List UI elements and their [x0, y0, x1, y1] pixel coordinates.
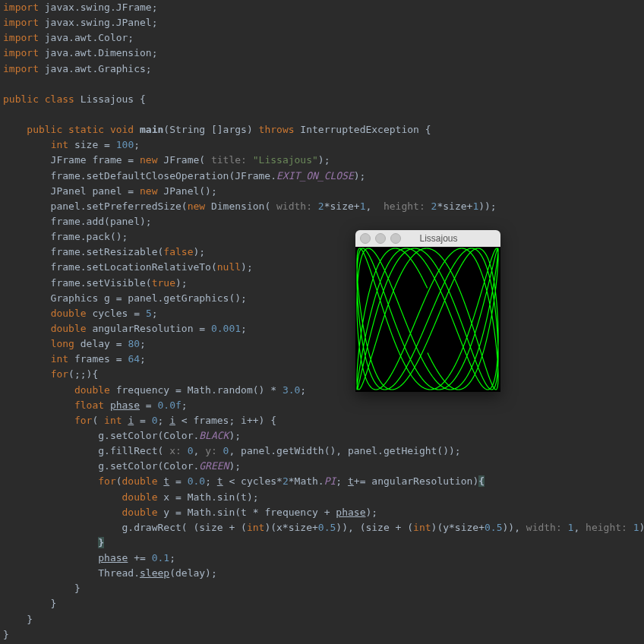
app-window[interactable]: Lissajous — [355, 230, 500, 392]
close-icon[interactable] — [360, 233, 371, 244]
zoom-icon[interactable] — [390, 233, 401, 244]
minimize-icon[interactable] — [375, 233, 386, 244]
titlebar[interactable]: Lissajous — [355, 230, 500, 247]
window-title: Lissajous — [406, 232, 472, 246]
lissajous-canvas — [355, 247, 500, 392]
code-editor[interactable]: import javax.swing.JFrame; import javax.… — [0, 0, 644, 642]
